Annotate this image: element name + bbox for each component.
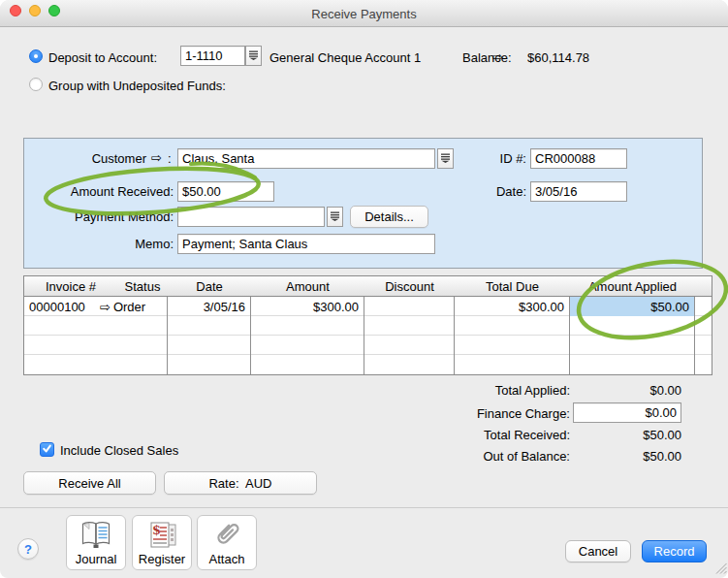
total-received-label: Total Received: bbox=[368, 428, 570, 442]
header-discount: Discount bbox=[364, 279, 455, 294]
out-of-balance-value: $50.00 bbox=[543, 449, 681, 464]
titlebar[interactable]: Receive Payments bbox=[0, 0, 728, 27]
receive-payments-window: Receive Payments Deposit to Account: Gen… bbox=[0, 0, 728, 578]
rate-button[interactable]: Rate: AUD bbox=[164, 471, 317, 495]
amount-applied-cell[interactable]: $50.00 bbox=[570, 297, 695, 316]
include-closed-sales-label: Include Closed Sales bbox=[60, 443, 178, 458]
payment-method-input[interactable] bbox=[177, 207, 325, 227]
balance-zoom-arrow-icon[interactable]: ⇨ bbox=[492, 49, 503, 64]
details-button[interactable]: Details... bbox=[350, 206, 428, 228]
record-button[interactable]: Record bbox=[642, 540, 707, 562]
balance-value: $60,114.78 bbox=[527, 50, 589, 65]
table-header-row: Invoice # Status Date Amount Discount To… bbox=[24, 276, 712, 297]
svg-text:$: $ bbox=[152, 523, 161, 537]
total-received-value: $50.00 bbox=[543, 428, 681, 442]
group-undeposited-label: Group with Undeposited Funds: bbox=[48, 79, 226, 93]
table-empty-row bbox=[24, 355, 712, 374]
id-label: ID #: bbox=[451, 151, 526, 166]
balance-colon: : bbox=[508, 50, 512, 65]
resize-grip[interactable] bbox=[714, 562, 727, 577]
header-date: Date bbox=[168, 279, 251, 294]
customer-input[interactable] bbox=[177, 148, 435, 169]
customer-label: Customer bbox=[24, 151, 146, 166]
total-applied-value: $0.00 bbox=[543, 383, 681, 398]
footer-divider bbox=[0, 507, 728, 508]
header-invoice: Invoice # bbox=[24, 279, 117, 294]
journal-button[interactable]: Journal bbox=[66, 515, 126, 570]
receive-all-button[interactable]: Receive All bbox=[23, 471, 156, 495]
date-cell: 3/05/16 bbox=[168, 297, 251, 316]
list-icon bbox=[249, 48, 258, 63]
finance-charge-label: Finance Charge: bbox=[368, 406, 570, 421]
invoice-cell: 00000100 ⇨ Order bbox=[24, 297, 168, 316]
id-input[interactable] bbox=[530, 148, 627, 169]
customer-panel: Customer ⇨ : ID #: Amount Received: Date… bbox=[23, 138, 703, 269]
invoices-table: Invoice # Status Date Amount Discount To… bbox=[23, 275, 712, 375]
attach-label: Attach bbox=[209, 552, 245, 566]
amount-received-label: Amount Received: bbox=[24, 184, 174, 199]
gutter-cell bbox=[695, 297, 712, 316]
memo-label: Memo: bbox=[24, 237, 174, 251]
register-label: Register bbox=[139, 552, 185, 566]
register-button[interactable]: $ Register bbox=[132, 515, 192, 570]
deposit-to-account-label: Deposit to Account: bbox=[48, 50, 157, 65]
payment-method-dropdown-button[interactable] bbox=[327, 207, 343, 227]
list-icon bbox=[331, 209, 339, 224]
journal-label: Journal bbox=[76, 552, 117, 566]
amount-received-input[interactable] bbox=[177, 181, 274, 202]
account-number-input[interactable] bbox=[180, 46, 245, 66]
finance-charge-input[interactable] bbox=[573, 402, 681, 423]
status-value: Order bbox=[113, 300, 145, 314]
account-dropdown-button[interactable] bbox=[245, 46, 262, 66]
out-of-balance-label: Out of Balance: bbox=[368, 449, 570, 464]
help-button[interactable]: ? bbox=[17, 538, 39, 560]
total-applied-label: Total Applied: bbox=[368, 383, 570, 398]
attach-button[interactable]: Attach bbox=[197, 515, 257, 570]
paperclip-icon bbox=[198, 519, 256, 552]
include-closed-sales-checkbox[interactable] bbox=[40, 442, 54, 457]
table-empty-row bbox=[24, 336, 712, 355]
checkmark-icon bbox=[42, 442, 52, 457]
table-empty-row bbox=[24, 316, 712, 336]
list-icon bbox=[441, 151, 450, 166]
register-icon: $ bbox=[133, 519, 191, 551]
payment-method-label: Payment Method: bbox=[24, 209, 174, 224]
invoice-number: 00000100 bbox=[24, 300, 100, 314]
date-input[interactable] bbox=[530, 181, 627, 202]
date-label: Date: bbox=[451, 184, 526, 199]
window-title: Receive Payments bbox=[0, 7, 728, 21]
cancel-button[interactable]: Cancel bbox=[565, 540, 631, 562]
table-row[interactable]: 00000100 ⇨ Order 3/05/16 $300.00 $300.00… bbox=[24, 297, 712, 316]
amount-cell: $300.00 bbox=[251, 297, 364, 316]
header-status: Status bbox=[117, 279, 168, 294]
customer-zoom-arrow-icon[interactable]: ⇨ bbox=[151, 150, 162, 165]
header-amount: Amount bbox=[251, 279, 364, 294]
total-due-cell: $300.00 bbox=[455, 297, 570, 316]
journal-icon bbox=[67, 519, 125, 551]
header-total-due: Total Due bbox=[455, 279, 570, 294]
group-undeposited-radio[interactable] bbox=[29, 78, 43, 91]
discount-cell[interactable] bbox=[364, 297, 455, 316]
deposit-to-account-radio[interactable] bbox=[29, 49, 43, 63]
header-amount-applied: Amount Applied bbox=[570, 279, 695, 294]
customer-colon: : bbox=[168, 151, 172, 166]
status-zoom-arrow-icon[interactable]: ⇨ bbox=[100, 300, 111, 314]
memo-input[interactable] bbox=[177, 234, 435, 254]
account-name: General Cheque Account 1 bbox=[269, 50, 421, 65]
